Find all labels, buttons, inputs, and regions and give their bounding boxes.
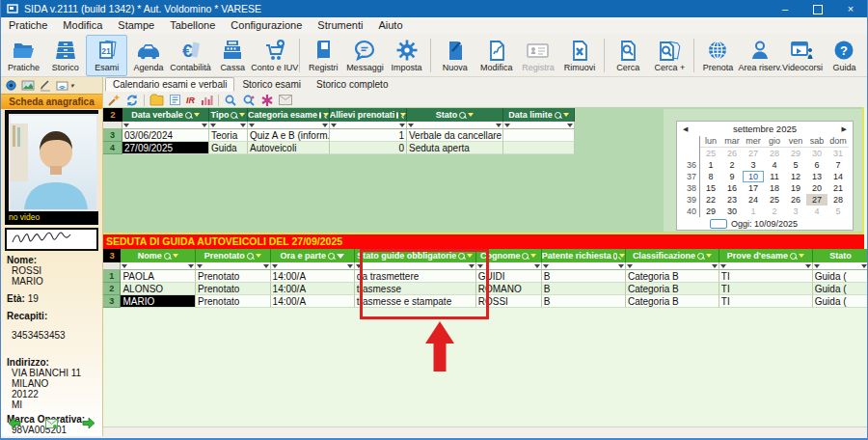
cell-ora-e-parte[interactable]: 14:00/A xyxy=(271,270,355,283)
menu-item-pratiche[interactable]: Pratiche xyxy=(1,17,55,34)
toolbar-button-messaggi[interactable]: Messaggi xyxy=(344,35,386,76)
badge-wifi-icon[interactable]: ▾ xyxy=(56,79,74,92)
magic-wand-icon[interactable] xyxy=(107,94,121,107)
calendar-day[interactable]: 14 xyxy=(827,171,849,182)
cell-prove-esame[interactable]: TI xyxy=(719,295,813,308)
tab-storico-completo[interactable]: Storico completo xyxy=(309,77,395,92)
cell-data-limite[interactable] xyxy=(503,129,575,142)
maximize-button[interactable] xyxy=(801,0,834,17)
column-header-data-verbale[interactable]: Data verbale xyxy=(122,108,209,122)
refresh-icon[interactable] xyxy=(125,94,139,107)
toolbar-button-cerca-piu[interactable]: Cerca + xyxy=(649,35,691,76)
cell-classificazione[interactable]: Categoria B xyxy=(626,270,719,283)
toolbar-button-prenota[interactable]: Prenota xyxy=(697,35,739,76)
calendar-day[interactable]: 3 xyxy=(743,159,764,171)
calendar-day[interactable]: 8 xyxy=(700,171,721,182)
column-header-nome[interactable]: Nome xyxy=(121,249,196,262)
column-header-prenotato[interactable]: Prenotato xyxy=(196,249,271,262)
calendar-day[interactable]: 19 xyxy=(785,182,806,194)
cell-stato-guide[interactable]: da trasmettere xyxy=(355,270,476,283)
camera-icon[interactable] xyxy=(5,79,17,92)
calendar-day[interactable]: 11 xyxy=(764,171,785,182)
calendar-day[interactable]: 5 xyxy=(785,159,806,171)
toolbar-button-storico[interactable]: Storico xyxy=(44,35,86,76)
cell-data-limite[interactable] xyxy=(503,142,575,154)
filter-cell[interactable] xyxy=(542,262,626,270)
calendar-day[interactable]: 27 xyxy=(806,194,827,206)
filter-cell[interactable] xyxy=(196,262,271,270)
filter-cell[interactable] xyxy=(248,122,330,129)
cell-cognome[interactable]: ROSSI xyxy=(476,295,542,308)
cell-patente[interactable]: B xyxy=(542,283,626,295)
zoom-icon[interactable] xyxy=(224,94,237,107)
cell-data-verbale[interactable]: 03/06/2024 xyxy=(122,129,209,142)
session-table-row[interactable]: 1 PAOLA Prenotato 14:00/A da trasmettere… xyxy=(103,270,868,283)
open-folder-icon[interactable] xyxy=(149,94,164,107)
filter-cell[interactable] xyxy=(476,262,542,270)
calendar-day[interactable]: 5 xyxy=(827,206,849,217)
toolbar-button-imposta[interactable]: Imposta xyxy=(386,35,427,76)
calendar-day[interactable]: 1 xyxy=(743,206,764,217)
menu-item-modifica[interactable]: Modifica xyxy=(55,17,110,34)
column-header-classificazione[interactable]: Classificazione xyxy=(626,249,719,262)
cell-prenotato[interactable]: Prenotato xyxy=(196,283,271,295)
cell-stato[interactable]: Guida ( xyxy=(813,283,868,295)
filter-cell[interactable] xyxy=(122,122,209,129)
filter-cell[interactable] xyxy=(813,262,868,270)
menu-item-tabellone[interactable]: Tabellone xyxy=(162,17,223,34)
cell-stato[interactable]: Guida ( xyxy=(813,270,868,283)
toolbar-button-cerca[interactable]: Cerca xyxy=(608,35,649,76)
toolbar-button-conto-iuv[interactable]: Conto e IUV xyxy=(254,35,296,76)
column-header-cognome[interactable]: Cognome xyxy=(476,249,542,262)
column-header-ora-e-parte[interactable]: Ora e parte xyxy=(271,249,355,262)
filter-cell[interactable] xyxy=(503,122,575,129)
filter-cell[interactable] xyxy=(209,122,248,129)
column-header-data-limite[interactable]: Data limite xyxy=(503,108,575,122)
cell-allievi[interactable]: 0 xyxy=(330,142,407,154)
toolbar-button-esami[interactable]: 21 Esami xyxy=(86,35,127,76)
filter-cell[interactable] xyxy=(719,262,813,270)
column-header-stato[interactable]: Stato xyxy=(407,108,503,122)
cell-ora-e-parte[interactable]: 14:00/A xyxy=(271,283,355,295)
calendar-day[interactable]: 29 xyxy=(700,206,721,217)
calendar-day[interactable]: 24 xyxy=(743,194,764,206)
calendar-day[interactable]: 21 xyxy=(827,182,849,194)
toolbar-button-cassa[interactable]: Cassa xyxy=(212,35,254,76)
list-icon[interactable] xyxy=(169,94,181,107)
calendar-day[interactable]: 9 xyxy=(721,171,743,182)
toolbar-button-modifica[interactable]: Modifica xyxy=(475,35,517,76)
cell-tipo[interactable]: Teoria xyxy=(209,129,248,142)
zoom-plus-icon[interactable] xyxy=(242,94,256,107)
cell-data-verbale-selected[interactable]: 27/09/2025 xyxy=(122,142,209,154)
calendar-day[interactable]: 4 xyxy=(806,206,827,217)
minimize-button[interactable]: – xyxy=(769,0,801,17)
filter-cell[interactable] xyxy=(407,122,503,129)
calendar-day[interactable]: 16 xyxy=(721,182,743,194)
menu-item-aiuto[interactable]: Aiuto xyxy=(370,17,410,34)
calendar-day[interactable]: 28 xyxy=(827,194,849,206)
cell-classificazione[interactable]: Categoria B xyxy=(626,283,719,295)
calendar-day[interactable]: 26 xyxy=(721,148,743,159)
calendar-day[interactable]: 15 xyxy=(700,182,721,194)
photo-icon[interactable] xyxy=(21,79,35,92)
calendar-day[interactable]: 17 xyxy=(743,182,764,194)
toolbar-button-nuova[interactable]: Nuova xyxy=(434,35,475,76)
calendar-day[interactable]: 13 xyxy=(806,171,827,182)
cell-classificazione[interactable]: Categoria B xyxy=(626,295,719,308)
cell-prenotato[interactable]: Prenotato xyxy=(196,295,271,308)
menu-item-stampe[interactable]: Stampe xyxy=(110,17,162,34)
cell-nome[interactable]: ALONSO xyxy=(121,283,196,295)
calendar-day[interactable]: 7 xyxy=(827,159,849,171)
column-header-categoria-esame[interactable]: Categoria esame xyxy=(248,108,330,122)
calendar-day[interactable]: 12 xyxy=(785,171,806,182)
calendar-day[interactable]: 2 xyxy=(721,159,743,171)
column-header-tipo[interactable]: Tipo xyxy=(209,108,248,122)
calendar-day[interactable]: 10 xyxy=(743,171,764,182)
cell-allievi[interactable]: 1 xyxy=(330,129,407,142)
filter-cell[interactable] xyxy=(355,262,476,270)
ir-button[interactable]: IR xyxy=(186,94,195,107)
filter-cell[interactable] xyxy=(626,262,719,270)
calendar-day[interactable]: 2 xyxy=(764,206,785,217)
toolbar-button-videocorsi[interactable]: Videocorsi xyxy=(781,35,824,76)
toolbar-button-rimuovi[interactable]: Rimuovi xyxy=(559,35,601,76)
